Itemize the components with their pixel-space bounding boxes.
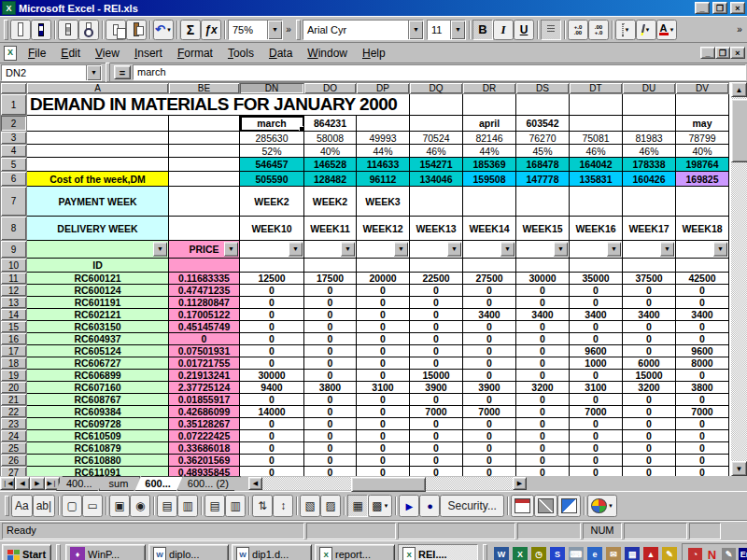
- lock-cell-icon[interactable]: ▩▼: [368, 495, 392, 517]
- cell[interactable]: 0: [410, 394, 463, 406]
- cell[interactable]: april: [463, 116, 516, 132]
- cell[interactable]: 0: [304, 285, 357, 297]
- control-properties-icon[interactable]: ▧: [300, 495, 320, 517]
- task-button-diplo[interactable]: Wdiplo...: [148, 544, 229, 560]
- cell[interactable]: 52%: [240, 145, 304, 158]
- cell[interactable]: 154271: [410, 158, 463, 172]
- cell[interactable]: 45%: [516, 145, 570, 158]
- cell[interactable]: 7000: [410, 406, 463, 418]
- cell[interactable]: [169, 116, 240, 132]
- cell[interactable]: [516, 94, 570, 116]
- cell[interactable]: [623, 187, 676, 217]
- cell[interactable]: 0: [240, 467, 304, 477]
- cell[interactable]: 0: [304, 455, 357, 467]
- column-header-DV[interactable]: DV: [676, 83, 729, 94]
- cell[interactable]: 0.33686018: [169, 442, 240, 455]
- cell[interactable]: WEEK16: [570, 217, 623, 241]
- cell[interactable]: 0: [410, 467, 463, 477]
- chevron-down-icon[interactable]: ▼: [625, 27, 630, 33]
- cell[interactable]: 0: [463, 297, 516, 309]
- cell[interactable]: 0: [516, 357, 570, 370]
- scroll-left-icon[interactable]: ◀: [248, 477, 262, 490]
- office-tools-icon[interactable]: ▼: [587, 495, 617, 517]
- cell[interactable]: 0: [623, 406, 676, 418]
- notes-icon[interactable]: ✎: [662, 547, 677, 560]
- cell[interactable]: PRICE▼: [169, 241, 240, 259]
- menu-item-window[interactable]: Window: [300, 45, 355, 62]
- cell[interactable]: [463, 187, 516, 217]
- cell[interactable]: 0.48935845: [169, 467, 240, 477]
- cell[interactable]: RC611091: [27, 467, 169, 477]
- menu-item-format[interactable]: Format: [170, 45, 220, 62]
- workbook-minimize-button[interactable]: _: [700, 47, 715, 59]
- cell[interactable]: 0: [623, 418, 676, 430]
- cell[interactable]: 0: [304, 309, 357, 321]
- cell[interactable]: 128482: [304, 172, 357, 187]
- row-header-23[interactable]: 23: [1, 418, 27, 430]
- cell[interactable]: may: [676, 116, 729, 132]
- filter-dropdown-icon[interactable]: ▼: [660, 243, 674, 257]
- cell[interactable]: 0: [304, 394, 357, 406]
- cell[interactable]: 147778: [516, 172, 570, 187]
- column-header-DR[interactable]: DR: [463, 83, 516, 94]
- cell[interactable]: 0: [410, 430, 463, 442]
- cell[interactable]: 0: [357, 442, 410, 455]
- cell[interactable]: 0: [240, 357, 304, 370]
- cell[interactable]: WEEK10: [240, 217, 304, 241]
- cell[interactable]: 0: [410, 333, 463, 345]
- toolbar-grip[interactable]: [4, 20, 8, 40]
- close-button[interactable]: ×: [730, 2, 745, 14]
- workbook-close-button[interactable]: ×: [730, 47, 745, 59]
- cell[interactable]: 0.47471235: [169, 285, 240, 297]
- spinner-tool-icon[interactable]: ⇅: [252, 495, 273, 517]
- cell[interactable]: 70524: [410, 132, 463, 145]
- cell[interactable]: ▼: [570, 241, 623, 259]
- cell[interactable]: 0.01721755: [169, 357, 240, 370]
- list-box-tool-icon[interactable]: ▤: [157, 495, 177, 517]
- combo-box-tool-icon[interactable]: ▥: [177, 495, 198, 517]
- cell[interactable]: 9600: [676, 345, 729, 357]
- cell[interactable]: 15000: [410, 370, 463, 382]
- cell[interactable]: 0: [410, 455, 463, 467]
- sheet-tab-6002[interactable]: 600... (2): [177, 476, 241, 491]
- column-header-DP[interactable]: DP: [357, 83, 410, 94]
- cell[interactable]: 0: [304, 297, 357, 309]
- cell[interactable]: 0: [304, 406, 357, 418]
- cell[interactable]: 0: [410, 321, 463, 333]
- cell[interactable]: 0: [463, 357, 516, 370]
- cell[interactable]: 49993: [357, 132, 410, 145]
- increase-decimal-button[interactable]: +.0 .00: [568, 20, 588, 40]
- cell[interactable]: [516, 259, 570, 273]
- cell[interactable]: [27, 145, 169, 158]
- cell[interactable]: [169, 217, 240, 241]
- cell[interactable]: 0: [410, 442, 463, 455]
- cell[interactable]: ▼: [27, 241, 169, 259]
- calendar-icon[interactable]: [511, 495, 534, 517]
- cell[interactable]: 22500: [410, 273, 463, 285]
- new-document-icon[interactable]: [10, 20, 31, 40]
- restore-button[interactable]: ❐: [712, 2, 727, 14]
- label-tool-icon[interactable]: Aa: [11, 495, 33, 517]
- cell[interactable]: 0: [357, 370, 410, 382]
- network-icon[interactable]: ⌨: [569, 547, 584, 560]
- column-header-DO[interactable]: DO: [304, 83, 357, 94]
- cell[interactable]: 3100: [570, 382, 623, 394]
- cell[interactable]: [240, 259, 304, 273]
- cell[interactable]: 7000: [570, 406, 623, 418]
- cell[interactable]: [169, 187, 240, 217]
- cell[interactable]: [463, 94, 516, 116]
- row-header-3[interactable]: 3: [1, 132, 27, 145]
- forms-toolbar-grip[interactable]: [5, 496, 9, 516]
- cell[interactable]: 0: [410, 285, 463, 297]
- cell[interactable]: 3200: [516, 382, 570, 394]
- cell[interactable]: 42500: [676, 273, 729, 285]
- cell[interactable]: 3200: [623, 382, 676, 394]
- toggle-grid-icon[interactable]: ▦: [347, 495, 368, 517]
- cell[interactable]: 3900: [463, 382, 516, 394]
- cell[interactable]: ▼: [676, 241, 729, 259]
- cell[interactable]: 0: [357, 418, 410, 430]
- cell[interactable]: 15000: [623, 370, 676, 382]
- cell[interactable]: 160426: [623, 172, 676, 187]
- row-header-1[interactable]: 1: [1, 94, 27, 116]
- cell[interactable]: 0.36201569: [169, 455, 240, 467]
